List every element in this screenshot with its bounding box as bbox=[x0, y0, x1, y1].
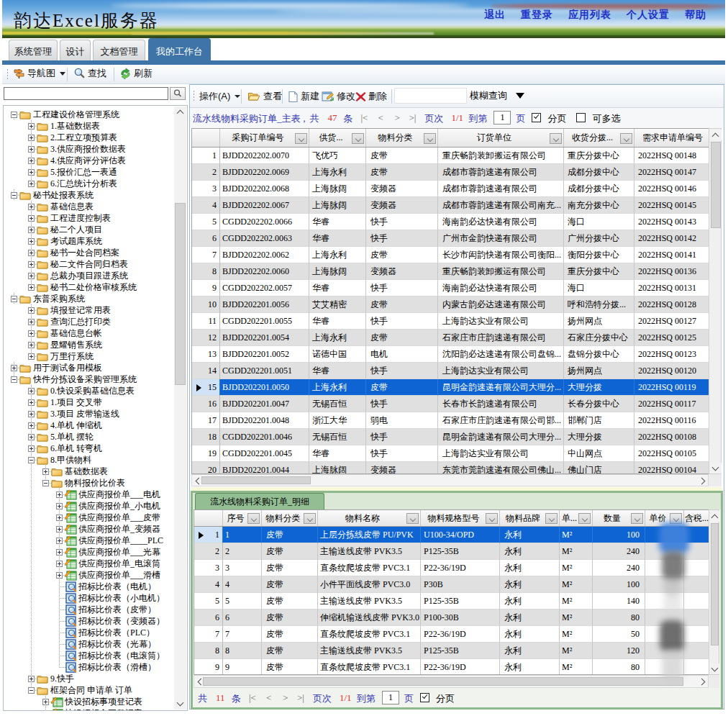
scroll-up-button[interactable] bbox=[710, 511, 719, 522]
action-menu-button[interactable]: 操作(A) bbox=[199, 90, 240, 103]
tree-item-label[interactable]: 供应商报价单___光幕 bbox=[78, 546, 160, 558]
tree-item-label[interactable]: 6.单机 转弯机 bbox=[50, 443, 102, 454]
tree-item-label[interactable]: 1.项目 交叉带 bbox=[50, 396, 102, 408]
scroll-down-button[interactable] bbox=[710, 663, 719, 674]
tree-expand-icon[interactable] bbox=[28, 261, 35, 268]
table-row[interactable]: 22皮带主输送线皮带 PVK3.5P125-35B永利M²240 bbox=[194, 543, 719, 560]
tree-expand-icon[interactable] bbox=[42, 468, 49, 475]
tree-expand-icon[interactable] bbox=[28, 135, 35, 141]
tree-item-label[interactable]: 秘二文件合同归档表 bbox=[50, 258, 128, 270]
toolbar-grip[interactable] bbox=[193, 90, 195, 102]
column-header[interactable] bbox=[192, 129, 220, 147]
table-row[interactable]: 5CGDD202202.0066华睿快手海南韵必达快递有限公司海口2022HSQ… bbox=[192, 214, 722, 230]
table-row[interactable]: 11CGDD202201.0055华睿快手上海韵达实业有限公司扬州网点2022H… bbox=[192, 313, 722, 330]
scroll-right-button[interactable] bbox=[699, 478, 706, 485]
last-page-button[interactable]: >| bbox=[409, 112, 416, 124]
tree-item-label[interactable]: 快件分拣设备采购管理系统 bbox=[33, 373, 137, 385]
tree-item-label[interactable]: 招标比价表（电机） bbox=[78, 581, 156, 592]
tree-item-label[interactable]: 填报登记常用表 bbox=[50, 304, 111, 316]
tree-item-label[interactable]: 供应商报价单_小电机 bbox=[78, 500, 160, 512]
tree-item-label[interactable]: 昱耀销售系统 bbox=[50, 339, 102, 350]
tree-expand-icon[interactable] bbox=[56, 503, 63, 509]
table-row[interactable]: 19CGDD202201.0045华睿快手上海韵达实业有限公司中山网点2022H… bbox=[192, 445, 722, 462]
master-horizontal-scrollbar[interactable] bbox=[191, 474, 709, 486]
tree-item-label[interactable]: 工程进度控制表 bbox=[50, 212, 111, 224]
tree-item-label[interactable]: 总裁办项目跟进系统 bbox=[50, 270, 128, 281]
multiselect-checkbox[interactable] bbox=[576, 113, 586, 122]
edit-button[interactable]: 修改 bbox=[322, 90, 355, 103]
tree-expand-icon[interactable] bbox=[28, 307, 35, 314]
tree-expand-icon[interactable] bbox=[56, 549, 63, 556]
tree-item-label[interactable]: 秘书一处合同档案 bbox=[50, 247, 119, 258]
tree-expand-icon[interactable] bbox=[28, 330, 35, 337]
table-row[interactable]: 11皮带上层分拣线皮带 PU/PVKU100-34/OPD永利M²100 bbox=[194, 527, 719, 543]
refresh-button[interactable]: 刷新 bbox=[119, 67, 153, 80]
tree-expand-icon[interactable] bbox=[28, 123, 35, 130]
next-page-button[interactable]: > bbox=[394, 112, 399, 124]
table-row[interactable]: 20BJDD202201.0044上海脉阔变频器东莞市莞韵速递有限公司佛山...… bbox=[192, 462, 722, 474]
tree-expand-icon[interactable] bbox=[28, 250, 35, 256]
tree-item-label[interactable]: 万里行系统 bbox=[50, 350, 94, 362]
fuzzy-query-dropdown[interactable]: 模糊查询 bbox=[470, 89, 524, 102]
tree-item-label[interactable]: 秘书处报表系统 bbox=[33, 189, 94, 201]
table-row[interactable]: 14CGDD202201.0051华睿快手上海韵达实业有限公司扬州网点2022H… bbox=[192, 363, 722, 379]
tree-item-label[interactable]: 供应商报价单___滑槽 bbox=[78, 569, 160, 581]
tree-expand-icon[interactable] bbox=[56, 538, 63, 544]
tree-expand-icon[interactable] bbox=[28, 342, 35, 348]
detail-horizontal-scrollbar[interactable] bbox=[194, 675, 709, 688]
tree-item-label[interactable]: 秘书二处价格审核系统 bbox=[50, 281, 137, 293]
tree-item-label[interactable]: 4.供应商评分评估表 bbox=[50, 155, 126, 166]
tree-expand-icon[interactable] bbox=[56, 526, 63, 533]
goto-page-input[interactable]: 1 bbox=[493, 111, 511, 124]
view-button[interactable]: 查看 bbox=[247, 90, 282, 103]
column-filter-button[interactable] bbox=[424, 133, 436, 144]
tree-expand-icon[interactable] bbox=[28, 399, 35, 406]
tree-item-label[interactable]: 3.供应商报价数据表 bbox=[50, 143, 126, 155]
table-row[interactable]: 15BJDD202201.0050上海永利皮带昆明金韵速递有限公司大理分...大… bbox=[192, 379, 722, 396]
tree-collapse-icon[interactable] bbox=[11, 296, 17, 302]
table-row[interactable]: 4BJDD202202.0067上海脉阔变频器成都市蓉韵速递有限公司南充...南… bbox=[192, 197, 722, 214]
navigation-map-button[interactable]: 导航图 bbox=[13, 67, 65, 80]
tree-item-label[interactable]: 物料报价比价表 bbox=[65, 477, 125, 489]
column-filter-button[interactable] bbox=[550, 133, 562, 144]
tree-item-label[interactable]: 供应商报价单_电滚筒 bbox=[78, 558, 160, 569]
tree-item-label[interactable]: 供应商报价单___皮带 bbox=[78, 512, 160, 523]
tree-expand-icon[interactable] bbox=[28, 215, 35, 222]
scrollbar-thumb[interactable] bbox=[711, 142, 721, 228]
tree-expand-icon[interactable] bbox=[28, 284, 35, 291]
quick-search-input[interactable] bbox=[394, 88, 467, 104]
table-row[interactable]: 8BJDD202202.0060上海脉阔变频器重庆畅韵装卸搬运有限公司重庆分拨中… bbox=[192, 263, 722, 280]
scrollbar-thumb[interactable] bbox=[711, 523, 719, 645]
column-filter-button[interactable] bbox=[486, 513, 498, 524]
tree-expand-icon[interactable] bbox=[56, 561, 63, 567]
tree-expand-icon[interactable] bbox=[28, 353, 35, 360]
tree-item-label[interactable]: 用于测试备用模板 bbox=[33, 362, 102, 373]
goto-page-input[interactable]: 1 bbox=[382, 691, 399, 704]
tab-system-admin[interactable]: 系统管理 bbox=[9, 40, 58, 60]
column-filter-button[interactable] bbox=[406, 513, 419, 524]
tree-expand-icon[interactable] bbox=[28, 676, 35, 682]
column-filter-button[interactable] bbox=[578, 513, 591, 524]
tree-item-label[interactable]: 查询汇总打印类 bbox=[50, 316, 111, 327]
tree-item-label[interactable]: 招标比价表（光幕） bbox=[78, 638, 156, 650]
column-filter-button[interactable] bbox=[620, 133, 632, 144]
tree-item-label[interactable]: 8.甲供物料 bbox=[50, 454, 91, 466]
tree-item-label[interactable]: 基础信息台帐 bbox=[50, 327, 102, 339]
table-row[interactable]: 33皮带直条纹爬坡皮带 PVC3.1P22-36/19D永利M²240 bbox=[194, 560, 719, 576]
tree-item-label[interactable]: 3.项目 皮带输送线 bbox=[50, 408, 119, 420]
first-page-button[interactable]: |< bbox=[249, 692, 256, 704]
column-filter-button[interactable] bbox=[670, 513, 682, 524]
toolbar-grip[interactable] bbox=[6, 68, 9, 81]
tree-search-input[interactable] bbox=[4, 87, 168, 100]
prev-page-button[interactable]: < bbox=[266, 692, 271, 704]
column-filter-button[interactable] bbox=[295, 133, 307, 144]
banner-link[interactable]: 帮助 bbox=[685, 9, 706, 22]
table-row[interactable]: 10BJDD202201.0056艾艾精密皮带内蒙古韵必达速递有限公司呼和浩特分… bbox=[192, 296, 722, 313]
master-vertical-scrollbar[interactable] bbox=[709, 128, 722, 474]
tree-item-label[interactable]: 2.工程立项预算表 bbox=[50, 132, 117, 143]
table-row[interactable]: 16BJDD202201.0047无锡百恒快手长春市长韵速递有限公司长春分拨中心… bbox=[192, 396, 722, 412]
tree-item-label[interactable]: 招标比价表（PLC） bbox=[78, 627, 155, 638]
tree-expand-icon[interactable] bbox=[56, 515, 63, 521]
tree-expand-icon[interactable] bbox=[28, 411, 35, 417]
table-row[interactable]: 9CGDD202202.0057华睿快手海南韵必达快递有限公司海口2022HSQ… bbox=[192, 280, 722, 296]
